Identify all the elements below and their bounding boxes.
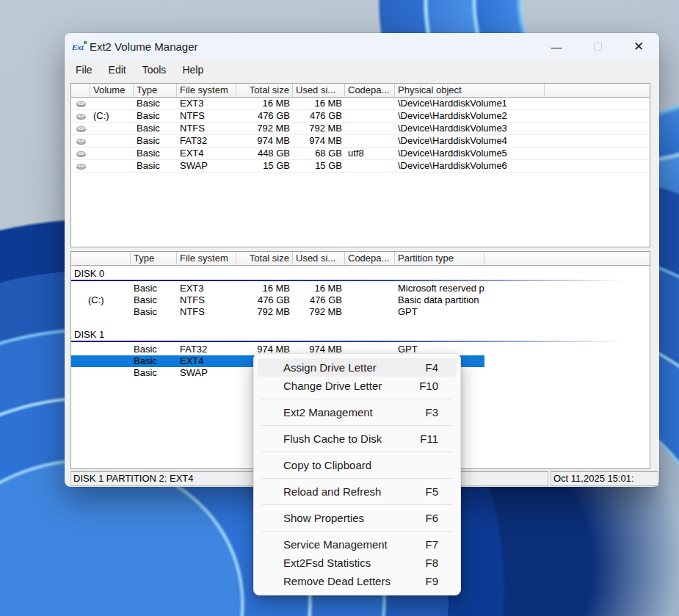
minimize-button[interactable]: — <box>536 33 577 60</box>
type-cell: Basic <box>131 294 177 306</box>
table-row[interactable]: BasicSWAP15 GB15 GB\Device\HarddiskVolum… <box>71 160 650 173</box>
column-header[interactable] <box>484 252 650 266</box>
type-cell: Basic <box>131 367 177 379</box>
column-header[interactable] <box>71 84 90 98</box>
menu-edit[interactable]: Edit <box>101 62 134 78</box>
column-header[interactable]: Used si... <box>293 252 345 266</box>
context-menu-item-remove-dead-letters[interactable]: Remove Dead LettersF9 <box>258 572 457 590</box>
menu-item-shortcut: F9 <box>425 575 438 587</box>
disk-icon <box>76 138 86 145</box>
table-row[interactable]: BasicFAT32974 MB974 MB\Device\HarddiskVo… <box>71 135 650 148</box>
filesystem-cell: FAT32 <box>177 135 236 147</box>
column-header[interactable]: File system <box>177 84 236 98</box>
type-cell: Basic <box>131 306 177 318</box>
window-title: Ext2 Volume Manager <box>90 40 198 53</box>
column-header[interactable] <box>71 252 131 266</box>
menu-item-shortcut: F7 <box>425 538 438 551</box>
table-row[interactable]: BasicNTFS792 MB792 MB\Device\HarddiskVol… <box>71 123 650 135</box>
table-row[interactable]: (C:)BasicNTFS476 GB476 GB\Device\Harddis… <box>71 110 650 123</box>
disk-label: DISK 1 <box>71 327 650 341</box>
usedsize-cell: 792 MB <box>293 123 345 134</box>
column-header[interactable]: File system <box>177 252 236 266</box>
context-menu-item-change-drive-letter[interactable]: Change Drive LetterF10 <box>258 377 457 395</box>
menu-separator <box>261 504 453 505</box>
context-menu-item-copy-to-clipboard[interactable]: Copy to Clipboard <box>258 456 457 474</box>
column-header[interactable]: Codepa... <box>345 252 395 266</box>
close-button[interactable]: ✕ <box>618 33 659 60</box>
volume-list-pane[interactable]: VolumeTypeFile systemTotal sizeUsed si..… <box>70 83 650 247</box>
totalsize-cell: 16 MB <box>236 283 293 294</box>
menu-help[interactable]: Help <box>174 62 211 78</box>
menu-separator <box>261 399 453 399</box>
context-menu-item-reload-and-refresh[interactable]: Reload and RefreshF5 <box>258 482 457 501</box>
menu-item-label: Show Properties <box>283 512 425 524</box>
menu-item-shortcut: F3 <box>425 406 438 418</box>
disk-table-header[interactable]: TypeFile systemTotal sizeUsed si...Codep… <box>71 252 650 266</box>
context-menu-item-show-properties[interactable]: Show PropertiesF6 <box>258 509 457 527</box>
menu-tools[interactable]: Tools <box>134 62 175 78</box>
partition-row[interactable]: BasicEXT316 MB16 MBMicrosoft reserved p <box>71 283 650 294</box>
type-cell: Basic <box>134 148 177 159</box>
context-menu-item-ext2-management[interactable]: Ext2 ManagementF3 <box>258 403 457 421</box>
column-header[interactable]: Volume <box>90 84 134 98</box>
table-row[interactable]: BasicEXT316 MB16 MB\Device\HarddiskVolum… <box>71 98 650 110</box>
usedsize-cell: 476 GB <box>293 110 345 122</box>
menu-item-label: Service Management <box>283 538 425 551</box>
column-header[interactable]: Partition type <box>395 252 484 266</box>
column-header[interactable]: Total size <box>236 252 293 266</box>
maximize-icon <box>594 43 602 51</box>
volume-icon-cell <box>71 163 90 170</box>
menu-item-label: Copy to Clipboard <box>283 459 438 471</box>
column-header[interactable]: Type <box>131 252 177 266</box>
context-menu-item-service-management[interactable]: Service ManagementF7 <box>258 535 457 554</box>
menu-separator <box>261 425 453 426</box>
menu-bar: FileEditToolsHelp <box>65 60 659 79</box>
menu-file[interactable]: File <box>68 62 101 78</box>
type-cell: Basic <box>131 283 177 294</box>
usedsize-cell: 15 GB <box>293 160 345 172</box>
column-header[interactable]: Codepa... <box>345 84 395 98</box>
type-cell: Basic <box>134 123 177 134</box>
totalsize-cell: 448 GB <box>236 148 293 159</box>
column-header[interactable]: Type <box>134 84 177 98</box>
menu-separator <box>261 452 453 452</box>
totalsize-cell: 792 MB <box>236 306 293 318</box>
physical-cell: \Device\HarddiskVolume1 <box>395 98 545 109</box>
table-row[interactable]: BasicEXT4448 GB68 GButf8\Device\Harddisk… <box>71 148 650 160</box>
title-bar[interactable]: Ext Ext2 Volume Manager — ✕ <box>65 33 659 60</box>
menu-item-label: Ext2 Management <box>283 406 425 418</box>
column-header[interactable] <box>545 84 650 98</box>
partition-row[interactable]: BasicNTFS792 MB792 MBGPT <box>71 306 650 318</box>
menu-item-label: Remove Dead Letters <box>283 575 425 587</box>
menu-item-shortcut: F10 <box>419 380 438 392</box>
usedsize-cell: 974 MB <box>293 135 345 147</box>
disk-icon <box>76 151 86 157</box>
type-cell: Basic <box>131 344 177 355</box>
totalsize-cell: 476 GB <box>236 294 293 306</box>
context-menu-item-flush-cache-to-disk[interactable]: Flush Cache to DiskF11 <box>258 430 457 448</box>
column-header[interactable]: Physical object <box>395 84 545 98</box>
type-cell: Basic <box>134 135 177 147</box>
disk-icon <box>76 163 86 170</box>
physical-cell: \Device\HarddiskVolume3 <box>395 123 545 134</box>
column-header[interactable]: Total size <box>236 84 293 98</box>
column-header[interactable]: Used si... <box>293 84 345 98</box>
volume-icon-cell <box>71 101 90 107</box>
filesystem-cell: NTFS <box>177 123 236 134</box>
context-menu: Assign Drive LetterF4Change Drive Letter… <box>253 353 461 595</box>
totalsize-cell: 15 GB <box>236 160 293 172</box>
disk-separator-line <box>71 280 650 281</box>
usedsize-cell: 16 MB <box>293 283 345 294</box>
menu-item-shortcut: F4 <box>425 361 438 374</box>
menu-separator <box>261 478 453 479</box>
volume-table-body: BasicEXT316 MB16 MB\Device\HarddiskVolum… <box>71 98 650 173</box>
filesystem-cell: SWAP <box>177 160 236 172</box>
context-menu-item-assign-drive-letter[interactable]: Assign Drive LetterF4 <box>258 358 457 377</box>
volume-icon-cell <box>71 126 90 132</box>
menu-separator <box>261 531 453 532</box>
maximize-button[interactable] <box>577 33 618 60</box>
volume-table-header[interactable]: VolumeTypeFile systemTotal sizeUsed si..… <box>71 84 650 98</box>
partition-row[interactable]: (C:)BasicNTFS476 GB476 GBBasic data part… <box>71 294 650 306</box>
filesystem-cell: EXT4 <box>177 148 236 159</box>
context-menu-item-ext2fsd-statistics[interactable]: Ext2Fsd StatisticsF8 <box>258 554 457 572</box>
